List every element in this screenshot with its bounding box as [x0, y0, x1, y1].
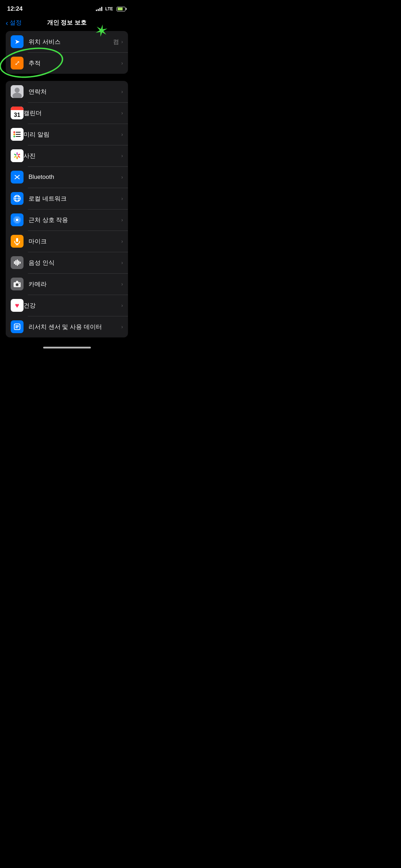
page-title: 개인 정보 보호: [47, 19, 87, 27]
bluetooth-icon: [11, 171, 24, 184]
svg-rect-35: [15, 260, 16, 265]
top-section: ✶ ➤ 위치 서비스 켬 › ⤢ 추적 ›: [6, 31, 128, 74]
list-item-nearby[interactable]: 근처 상호 작용 ›: [6, 209, 128, 231]
list-item-microphone[interactable]: 마이크 ›: [6, 231, 128, 252]
camera-label: 카메라: [29, 280, 121, 288]
microphone-label: 마이크: [29, 237, 121, 246]
nav-bar: ‹ 설정 개인 정보 보호: [0, 16, 134, 31]
tracking-label: 추적: [29, 59, 121, 67]
svg-point-42: [16, 284, 18, 286]
local-network-label: 로컬 네트워크: [29, 195, 121, 203]
svg-rect-36: [17, 259, 18, 266]
back-chevron-icon: ‹: [6, 19, 8, 26]
microphone-icon: [11, 235, 24, 248]
svg-rect-10: [11, 149, 24, 162]
svg-point-1: [15, 88, 20, 93]
list-item-contacts[interactable]: 연락처 ›: [6, 81, 128, 102]
health-label: 건강: [24, 301, 121, 310]
home-bar: [43, 347, 91, 348]
svg-point-6: [14, 134, 15, 135]
list-item-calendar[interactable]: 31 캘린더 ›: [6, 102, 128, 124]
chevron-icon: ›: [121, 174, 123, 180]
battery-icon: [117, 7, 127, 11]
local-network-icon: [11, 192, 24, 205]
chevron-icon: ›: [121, 39, 123, 45]
chevron-icon: ›: [121, 260, 123, 265]
location-services-label: 위치 서비스: [29, 38, 113, 46]
svg-rect-43: [19, 283, 20, 284]
lte-label: LTE: [105, 6, 113, 11]
location-services-value: 켬: [113, 38, 119, 46]
photos-icon: [11, 149, 24, 162]
chevron-icon: ›: [121, 324, 123, 330]
back-button[interactable]: ‹ 설정: [6, 19, 22, 27]
list-item-tracking[interactable]: ⤢ 추적 ›: [6, 52, 128, 74]
svg-point-4: [14, 131, 15, 133]
list-item-photos[interactable]: 사진 ›: [6, 145, 128, 166]
nearby-label: 근처 상호 작용: [29, 216, 121, 224]
tracking-icon: ⤢: [11, 57, 24, 69]
svg-rect-34: [14, 261, 15, 264]
chevron-icon: ›: [121, 60, 123, 66]
status-bar: 12:24 LTE: [0, 0, 134, 16]
list-item-local-network[interactable]: 로컬 네트워크 ›: [6, 188, 128, 209]
list-item-speech[interactable]: 음성 인식 ›: [6, 252, 128, 273]
chevron-icon: ›: [121, 110, 123, 116]
tracking-wrapper: ⤢ 추적 ›: [6, 52, 128, 74]
chevron-icon: ›: [121, 131, 123, 137]
back-label: 설정: [10, 19, 22, 27]
content-area: ✶ ➤ 위치 서비스 켬 › ⤢ 추적 ›: [0, 31, 134, 337]
chevron-icon: ›: [121, 196, 123, 201]
svg-rect-38: [20, 262, 21, 264]
svg-rect-31: [16, 238, 18, 242]
svg-point-8: [14, 136, 15, 138]
reminders-label: 미리 알림: [24, 130, 121, 139]
chevron-icon: ›: [121, 153, 123, 159]
signal-icon: [96, 7, 102, 11]
svg-rect-37: [18, 260, 19, 265]
list-item-health[interactable]: ♥ 건강 ›: [6, 295, 128, 316]
list-item-location-services[interactable]: ✶ ➤ 위치 서비스 켬 ›: [6, 31, 128, 52]
nearby-icon: [11, 213, 24, 226]
research-icon: [11, 320, 24, 333]
svg-marker-40: [16, 281, 19, 282]
contacts-icon: [11, 85, 24, 98]
list-item-bluetooth[interactable]: Bluetooth ›: [6, 166, 128, 188]
svg-point-28: [16, 218, 19, 221]
chevron-icon: ›: [121, 89, 123, 94]
speech-label: 음성 인식: [29, 259, 121, 267]
chevron-icon: ›: [121, 303, 123, 308]
calendar-label: 캘린더: [24, 109, 121, 117]
status-icons: LTE: [96, 6, 127, 11]
camera-icon: [11, 278, 24, 290]
list-item-research[interactable]: 리서치 센서 및 사용 데이터 ›: [6, 316, 128, 337]
reminders-icon: [11, 128, 24, 141]
photos-label: 사진: [24, 152, 121, 160]
chevron-icon: ›: [121, 281, 123, 287]
contacts-label: 연락처: [29, 88, 121, 96]
research-label: 리서치 센서 및 사용 데이터: [29, 323, 121, 331]
list-item-reminders[interactable]: 미리 알림 ›: [6, 124, 128, 145]
bluetooth-label: Bluetooth: [29, 174, 121, 181]
calendar-icon: 31: [11, 107, 24, 119]
status-time: 12:24: [7, 5, 22, 12]
heart-icon: ♥: [15, 301, 19, 310]
location-services-icon: ➤: [11, 35, 24, 48]
chevron-icon: ›: [121, 238, 123, 244]
home-indicator: [0, 343, 134, 351]
main-section: 연락처 › 31 캘린더 ›: [6, 81, 128, 337]
list-item-camera[interactable]: 카메라 ›: [6, 273, 128, 295]
speech-icon: [11, 256, 24, 269]
chevron-icon: ›: [121, 217, 123, 223]
health-icon: ♥: [11, 299, 24, 312]
